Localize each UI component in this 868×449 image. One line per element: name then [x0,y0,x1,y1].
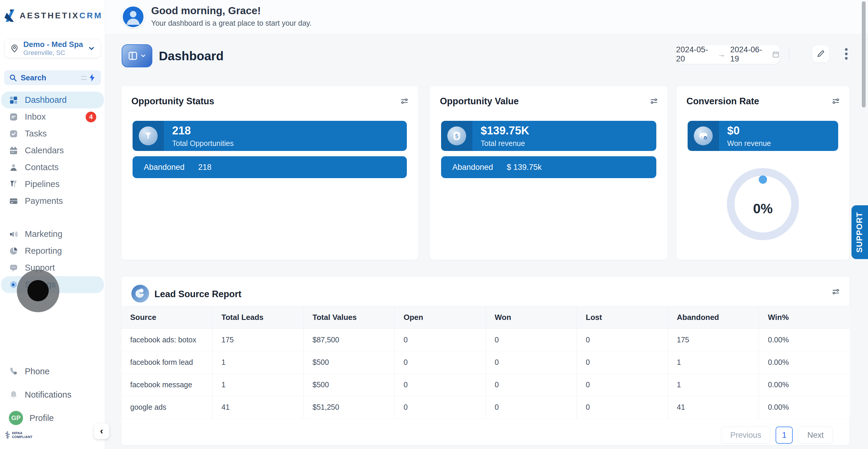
sidebar-item-pipelines[interactable]: Pipelines [1,176,104,192]
support-icon [9,263,18,273]
table-cell: 41 [213,396,304,419]
sidebar-item-profile[interactable]: GPProfile [1,410,104,426]
table-cell: 41 [668,396,759,419]
table-cell: 0 [577,396,668,419]
hipaa-compliant-logo: ⚕ HIPAACOMPLIANT [5,430,32,440]
location-text: Demo - Med Spa Greenville, SC [23,40,83,57]
card-title: Conversion Rate [686,96,759,107]
table-header-row: SourceTotal LeadsTotal ValuesOpenWonLost… [121,306,850,329]
more-options-button[interactable] [839,47,853,61]
table-cell: 0 [395,351,486,374]
date-range-picker[interactable]: 2024-05-20 → 2024-06-19 [676,44,780,64]
table-cell: 0.00% [759,374,850,396]
table-cell: 0 [486,351,577,374]
sidebar-item-notifications[interactable]: Notifications [1,386,104,403]
sliders-icon[interactable] [831,97,841,106]
location-selector[interactable]: Demo - Med Spa Greenville, SC [4,39,101,58]
next-page-button[interactable]: Next [798,426,833,444]
previous-page-button[interactable]: Previous [721,426,770,444]
sidebar-item-reporting[interactable]: Reporting [1,242,104,259]
sidebar-item-label: Reporting [25,246,62,256]
table-cell: 0.00% [759,396,850,419]
row-value: $ 139.75k [507,163,542,172]
search-icon [9,73,17,82]
opportunity-status-card: Opportunity Status 218 Total Opportuniti… [121,86,418,260]
sidebar-item-label: Tasks [25,129,46,139]
sliders-icon[interactable] [831,287,841,297]
metric-label: Total Opportunities [172,139,234,148]
table-header-cell: Total Values [304,306,395,329]
quick-action-icon[interactable] [81,73,96,82]
table-cell: 0 [577,329,668,351]
current-page-button[interactable]: 1 [776,426,793,444]
table-cell: facebook form lead [121,351,213,374]
sidebar-item-inbox[interactable]: Inbox4 [1,109,104,125]
user-avatar [122,5,145,28]
sliders-icon[interactable] [649,97,659,106]
sliders-icon[interactable] [400,97,409,106]
table-cell: 0 [577,374,668,396]
row-label: Abandoned [452,163,493,172]
table-cell: 0 [486,396,577,419]
sidebar-item-marketing[interactable]: Marketing [1,226,104,242]
search-input[interactable]: Search [4,70,101,85]
sidebar-item-label: Support [25,263,55,273]
contacts-icon [9,163,18,172]
sidebar-item-label: Profile [30,413,54,423]
table-cell: google ads [121,396,213,419]
sidebar-item-calendars[interactable]: Calendars [1,142,104,159]
opportunity-value-card: Opportunity Value $ $139.75K Total reven… [430,86,668,260]
table-cell: 0 [486,329,577,351]
metric-label: Total revenue [480,139,525,148]
metric-value: $139.75K [480,124,529,137]
scrollbar-thumb[interactable] [862,1,866,108]
dashboard-view-button[interactable] [122,44,152,67]
greeting-subtitle: Your dashboard is a great place to start… [151,19,311,27]
table-cell: $500 [304,351,395,374]
chevron-down-icon [140,53,147,59]
sidebar-item-label: Phone [25,367,50,376]
brand-name: AESTHETIXCRM [20,11,103,20]
calendar-icon [772,50,779,59]
sidebar-item-dashboard[interactable]: Dashboard [1,92,104,109]
dollar-icon: $ [447,126,466,145]
sidebar-item-phone[interactable]: Phone [1,363,104,380]
table-cell: 1 [213,374,304,396]
table-row: facebook form lead1$50000010.00% [121,351,850,374]
sidebar-item-contacts[interactable]: Contacts [1,159,104,176]
table-cell: facebook message [121,374,213,396]
support-tab[interactable]: SUPPORT [851,205,868,259]
sidebar-collapse-button[interactable]: ‹ [94,424,109,439]
sidebar-item-payments[interactable]: Payments [1,192,104,209]
sidebar-nav-primary: DashboardInbox4TasksCalendarsContactsPip… [0,92,105,209]
sidebar-item-support[interactable]: Support [1,259,104,276]
metric-value: $0 [727,124,740,137]
table-cell: 0 [486,374,577,396]
table-cell: $500 [304,374,395,396]
table-cell: $51,250 [304,396,395,419]
sidebar-item-label: Payments [25,196,63,206]
pie-chart-icon [131,284,150,303]
sidebar-item-tasks[interactable]: Tasks [1,125,104,142]
report-title: Lead Source Report [154,289,242,300]
page-header: Good morning, Grace! Your dashboard is a… [105,0,868,34]
sidebar-item-label: Contacts [25,162,58,172]
card-title: Opportunity Status [131,96,214,107]
inbox-icon [9,112,18,122]
caduceus-icon: ⚕ [5,430,10,440]
svg-text:$: $ [455,133,458,140]
table-cell: 0 [577,351,668,374]
table-header-cell: Total Leads [213,306,304,329]
conversion-donut-chart: 0% [727,168,799,240]
table-header-cell: Open [395,306,486,329]
funnel-icon [139,126,158,145]
page-title: Dashboard [159,49,223,63]
sidebar: AESTHETIXCRM Demo - Med Spa Greenville, … [0,0,105,449]
table-header-cell: Source [121,306,213,329]
edit-dashboard-button[interactable] [812,45,830,63]
table-cell: facebook ads: botox [121,329,213,351]
sidebar-item-settings[interactable]: Settings [1,276,104,293]
table-header-cell: Abandoned [668,306,759,329]
row-value: 218 [198,163,211,172]
table-cell: 1 [213,351,304,374]
